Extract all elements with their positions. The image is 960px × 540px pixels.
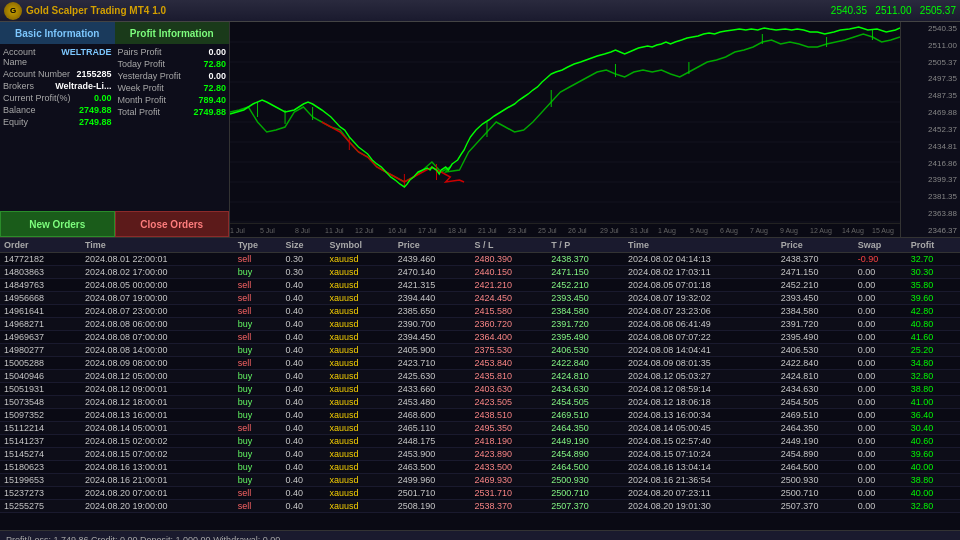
- cell-order: 15005288: [0, 357, 81, 370]
- app-title: Gold Scalper Trading MT4 1.0: [26, 5, 166, 16]
- cell-profit: 39.60: [907, 292, 960, 305]
- info-row-month-profit: Month Profit 789.40: [118, 95, 227, 105]
- table-row: 14968271 2024.08.08 06:00:00 buy 0.40 xa…: [0, 318, 960, 331]
- cell-swap: 0.00: [854, 305, 907, 318]
- cell-order: 15199653: [0, 474, 81, 487]
- cell-open-price: 2448.175: [394, 435, 471, 448]
- cell-profit: 40.00: [907, 487, 960, 500]
- cell-open-time: 2024.08.20 19:00:00: [81, 500, 234, 513]
- cell-close-time: 2024.08.14 05:00:45: [624, 422, 777, 435]
- profit-info-tab[interactable]: Profit Information: [115, 22, 230, 44]
- cell-profit: 36.40: [907, 409, 960, 422]
- cell-order: 14961641: [0, 305, 81, 318]
- new-orders-button[interactable]: New Orders: [0, 211, 115, 237]
- cell-order: 15180623: [0, 461, 81, 474]
- cell-sl: 2375.530: [471, 344, 548, 357]
- cell-profit: 25.20: [907, 344, 960, 357]
- col-header-sl: S / L: [471, 238, 548, 253]
- cell-open-price: 2405.900: [394, 344, 471, 357]
- cell-open-time: 2024.08.20 07:00:01: [81, 487, 234, 500]
- cell-sl: 2538.370: [471, 500, 548, 513]
- cell-order: 14849763: [0, 279, 81, 292]
- cell-swap: 0.00: [854, 422, 907, 435]
- cell-open-price: 2453.900: [394, 448, 471, 461]
- col-header-profit: Profit: [907, 238, 960, 253]
- left-panel: Basic Information Profit Information Acc…: [0, 22, 230, 237]
- cell-profit: 30.40: [907, 422, 960, 435]
- cell-symbol: xauusd: [325, 331, 393, 344]
- cell-profit: 39.60: [907, 448, 960, 461]
- cell-swap: 0.00: [854, 318, 907, 331]
- cell-tp: 2438.370: [547, 253, 624, 266]
- cell-tp: 2422.840: [547, 357, 624, 370]
- price-tick: 2452.37: [901, 125, 960, 134]
- cell-tp: 2469.510: [547, 409, 624, 422]
- cell-open-time: 2024.08.16 13:00:01: [81, 461, 234, 474]
- cell-profit: 41.60: [907, 331, 960, 344]
- cell-swap: 0.00: [854, 474, 907, 487]
- basic-info-tab[interactable]: Basic Information: [0, 22, 115, 44]
- cell-symbol: xauusd: [325, 370, 393, 383]
- cell-close-price: 2454.505: [777, 396, 854, 409]
- cell-close-time: 2024.08.16 13:04:14: [624, 461, 777, 474]
- cell-close-time: 2024.08.08 14:04:41: [624, 344, 777, 357]
- cell-sl: 2423.890: [471, 448, 548, 461]
- cell-size: 0.40: [282, 383, 326, 396]
- price-tick: 2346.37: [901, 226, 960, 235]
- cell-swap: 0.00: [854, 396, 907, 409]
- cell-tp: 2391.720: [547, 318, 624, 331]
- cell-type: buy: [234, 396, 282, 409]
- cell-type: buy: [234, 266, 282, 279]
- close-orders-button[interactable]: Close Orders: [115, 211, 230, 237]
- price-tick: 2416.86: [901, 159, 960, 168]
- table-row: 14969637 2024.08.08 07:00:00 sell 0.40 x…: [0, 331, 960, 344]
- cell-type: sell: [234, 292, 282, 305]
- info-row-today-profit: Today Profit 72.80: [118, 59, 227, 69]
- cell-order: 15051931: [0, 383, 81, 396]
- cell-symbol: xauusd: [325, 279, 393, 292]
- cell-symbol: xauusd: [325, 383, 393, 396]
- cell-sl: 2421.210: [471, 279, 548, 292]
- cell-size: 0.40: [282, 344, 326, 357]
- table-row: 15073548 2024.08.12 18:00:01 buy 0.40 xa…: [0, 396, 960, 409]
- cell-open-price: 2394.440: [394, 292, 471, 305]
- cell-size: 0.30: [282, 266, 326, 279]
- info-row-profit-pct: Current Profit(%) 0.00: [3, 93, 112, 103]
- table-row: 15112214 2024.08.14 05:00:01 sell 0.40 x…: [0, 422, 960, 435]
- cell-profit: 32.80: [907, 370, 960, 383]
- price-scale: 2540.35 2511.00 2505.37 2497.35 2487.35 …: [900, 22, 960, 237]
- cell-open-price: 2465.110: [394, 422, 471, 435]
- cell-type: sell: [234, 305, 282, 318]
- cell-size: 0.40: [282, 409, 326, 422]
- cell-profit: 40.00: [907, 461, 960, 474]
- cell-tp: 2449.190: [547, 435, 624, 448]
- info-row-total-profit: Total Profit 2749.88: [118, 107, 227, 117]
- cell-close-price: 2424.810: [777, 370, 854, 383]
- cell-sl: 2418.190: [471, 435, 548, 448]
- table-row: 14961641 2024.08.07 23:00:00 sell 0.40 x…: [0, 305, 960, 318]
- cell-swap: 0.00: [854, 383, 907, 396]
- cell-swap: 0.00: [854, 370, 907, 383]
- cell-swap: -0.90: [854, 253, 907, 266]
- cell-symbol: xauusd: [325, 500, 393, 513]
- cell-open-time: 2024.08.05 00:00:00: [81, 279, 234, 292]
- cell-tp: 2395.490: [547, 331, 624, 344]
- col-header-order: Order: [0, 238, 81, 253]
- cell-close-time: 2024.08.20 19:01:30: [624, 500, 777, 513]
- cell-close-time: 2024.08.15 07:10:24: [624, 448, 777, 461]
- cell-open-price: 2463.500: [394, 461, 471, 474]
- cell-open-price: 2470.140: [394, 266, 471, 279]
- cell-symbol: xauusd: [325, 448, 393, 461]
- cell-open-time: 2024.08.01 22:00:01: [81, 253, 234, 266]
- cell-close-time: 2024.08.12 05:03:27: [624, 370, 777, 383]
- cell-close-price: 2454.890: [777, 448, 854, 461]
- cell-open-time: 2024.08.08 07:00:00: [81, 331, 234, 344]
- cell-sl: 2531.710: [471, 487, 548, 500]
- price-tick: 2540.35: [901, 24, 960, 33]
- info-row-balance: Balance 2749.88: [3, 105, 112, 115]
- cell-close-time: 2024.08.15 02:57:40: [624, 435, 777, 448]
- cell-size: 0.40: [282, 292, 326, 305]
- cell-type: buy: [234, 409, 282, 422]
- table-row: 15141237 2024.08.15 02:00:02 buy 0.40 xa…: [0, 435, 960, 448]
- price-tick: 2434.81: [901, 142, 960, 151]
